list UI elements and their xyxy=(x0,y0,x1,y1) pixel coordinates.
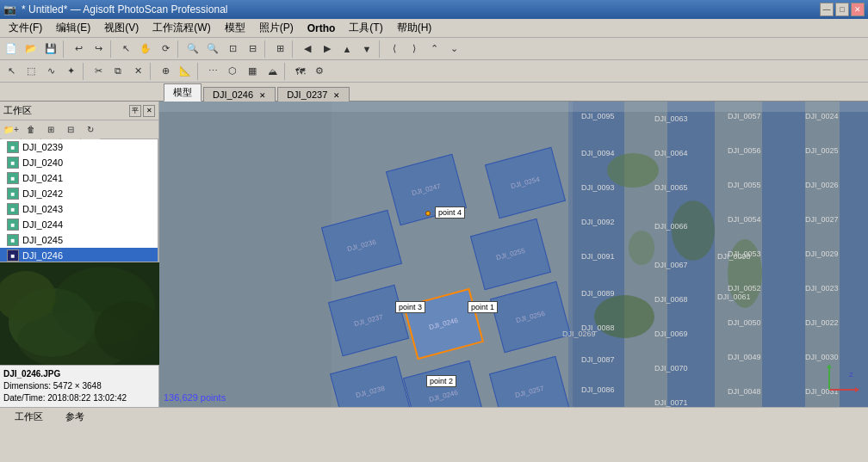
viewport[interactable]: DJI_0247 DJI_0254 DJI_0236 DJI_0255 DJI_… xyxy=(159,102,868,407)
tree-item-dji0239[interactable]: ■ DJI_0239 xyxy=(0,139,158,155)
arrow-up[interactable]: ▲ xyxy=(338,40,356,59)
zoom-in[interactable]: 🔍 xyxy=(183,40,202,59)
pan-right[interactable]: ⟩ xyxy=(405,40,424,59)
label-0070: DJI_0070 xyxy=(654,364,688,373)
workspace-close[interactable]: ✕ xyxy=(143,105,155,117)
zoom-fit[interactable]: ⊡ xyxy=(223,40,242,59)
minimize-button[interactable]: — xyxy=(820,3,834,16)
open-button[interactable]: 📂 xyxy=(22,40,40,59)
tab-close-dji0237[interactable]: ✕ xyxy=(333,91,340,100)
label-0026: DJI_0026 xyxy=(805,181,839,189)
new-button[interactable]: 📄 xyxy=(2,40,21,59)
menu-photo[interactable]: 照片(P) xyxy=(252,19,301,37)
rotate-tool[interactable]: ⟳ xyxy=(156,40,175,59)
pan-up[interactable]: ⌃ xyxy=(425,40,443,59)
label-0069: DJI_0069 xyxy=(654,330,688,338)
svg-point-15 xyxy=(629,231,654,265)
app-icon: 📷 xyxy=(3,3,16,15)
cursor-tool[interactable]: ↖ xyxy=(116,40,135,59)
tab-dji0237[interactable]: DJI_0237 ✕ xyxy=(277,87,350,102)
maximize-button[interactable]: □ xyxy=(835,3,849,16)
grid-button[interactable]: ⊞ xyxy=(270,40,289,59)
tree-item-dji0243[interactable]: ■ DJI_0243 xyxy=(0,201,158,217)
redo-button[interactable]: ↪ xyxy=(89,40,108,59)
camera-icon: ■ xyxy=(7,141,19,153)
sep9 xyxy=(197,63,201,80)
cut-tool[interactable]: ✂ xyxy=(89,62,108,81)
copy-tool[interactable]: ⧉ xyxy=(108,62,127,81)
undo-button[interactable]: ↩ xyxy=(69,40,88,59)
arrow-right[interactable]: ▶ xyxy=(318,40,337,59)
label-0057: DJI_0057 xyxy=(728,112,761,120)
label-0063: DJI_0063 xyxy=(654,114,688,123)
sep8 xyxy=(150,63,153,80)
save-button[interactable]: 💾 xyxy=(41,40,60,59)
menu-view[interactable]: 视图(V) xyxy=(97,19,146,37)
menu-model[interactable]: 模型 xyxy=(218,19,252,37)
label-0091: DJI_0091 xyxy=(581,252,615,261)
zoom-rect[interactable]: ⊟ xyxy=(243,40,262,59)
menu-workflow[interactable]: 工作流程(W) xyxy=(146,19,217,37)
remove-chunk[interactable]: 🗑 xyxy=(22,120,40,139)
camera-icon: ■ xyxy=(7,172,19,184)
pan-left[interactable]: ⟨ xyxy=(385,40,404,59)
statusbar-reference[interactable]: 参考 xyxy=(58,409,92,425)
tab-model[interactable]: 模型 xyxy=(164,83,202,102)
menu-help[interactable]: 帮助(H) xyxy=(390,19,439,37)
select-tool[interactable]: ↖ xyxy=(2,62,21,81)
dem-tool[interactable]: ⛰ xyxy=(263,62,282,81)
marker-tool[interactable]: ⊕ xyxy=(156,62,175,81)
tab-dji0246[interactable]: DJI_0246 ✕ xyxy=(203,87,276,102)
titlebar: 📷 * Untitled* — Agisoft PhotoScan Profes… xyxy=(0,0,868,19)
tree-item-dji0245[interactable]: ■ DJI_0245 xyxy=(0,232,158,248)
measure-tool[interactable]: 📐 xyxy=(176,62,195,81)
svg-point-11 xyxy=(607,153,659,188)
photo-datetime: Date/Time: 2018:08:22 13:02:42 xyxy=(3,392,155,404)
tab-close-dji0246[interactable]: ✕ xyxy=(259,91,266,100)
tree-item-dji0244[interactable]: ■ DJI_0244 xyxy=(0,217,158,232)
workspace-pin[interactable]: 平 xyxy=(129,105,141,117)
lasso-tool[interactable]: ∿ xyxy=(41,62,60,81)
magic-wand[interactable]: ✦ xyxy=(61,62,80,81)
delete-tool[interactable]: ✕ xyxy=(128,62,147,81)
zoom-out[interactable]: 🔍 xyxy=(203,40,222,59)
label-0095: DJI_0095 xyxy=(581,112,615,120)
arrow-left[interactable]: ◀ xyxy=(298,40,317,59)
point-label-4: point 4 xyxy=(435,206,465,219)
menu-file[interactable]: 文件(F) xyxy=(2,19,49,37)
tree-item-dji0242[interactable]: ■ DJI_0242 xyxy=(0,186,158,201)
move-tool[interactable]: ✋ xyxy=(136,40,155,59)
label-0089: DJI_0089 xyxy=(581,289,615,298)
preview-svg xyxy=(0,262,159,365)
label-0030: DJI_0030 xyxy=(805,353,839,361)
label-0049: DJI_0049 xyxy=(728,353,761,361)
camera-icon: ■ xyxy=(7,157,19,169)
menu-ortho[interactable]: Ortho xyxy=(301,21,343,36)
texture-tool[interactable]: ▦ xyxy=(243,62,262,81)
expand-all[interactable]: ⊞ xyxy=(41,120,60,139)
collapse-all[interactable]: ⊟ xyxy=(61,120,80,139)
add-chunk[interactable]: 📁+ xyxy=(2,120,21,139)
toolbar-secondary: ↖ ⬚ ∿ ✦ ✂ ⧉ ✕ ⊕ 📐 ⋯ ⬡ ▦ ⛰ 🗺 ⚙ xyxy=(0,60,868,83)
pan-down[interactable]: ⌄ xyxy=(444,40,463,59)
point-cloud[interactable]: ⋯ xyxy=(203,62,222,81)
refresh[interactable]: ↻ xyxy=(81,120,100,139)
tree-item-dji0241[interactable]: ■ DJI_0241 xyxy=(0,170,158,186)
label-0087: DJI_0087 xyxy=(581,355,615,364)
close-button[interactable]: ✕ xyxy=(851,3,865,16)
label-0098: DJI_0098 xyxy=(717,252,751,261)
mesh-tool[interactable]: ⬡ xyxy=(223,62,242,81)
statusbar-workspace[interactable]: 工作区 xyxy=(7,409,51,425)
marquee-tool[interactable]: ⬚ xyxy=(22,62,40,81)
tree-item-dji0246[interactable]: ■ DJI_0246 xyxy=(0,248,158,262)
settings-btn[interactable]: ⚙ xyxy=(310,62,329,81)
menu-edit[interactable]: 编辑(E) xyxy=(49,19,97,37)
statusbar-tabs: 工作区 参考 xyxy=(7,409,92,425)
label-0068: DJI_0068 xyxy=(654,295,688,304)
workspace-tree[interactable]: ■ DJI_0239 ■ DJI_0240 ■ DJI_0241 ■ DJI_0… xyxy=(0,139,158,262)
label-0056: DJI_0056 xyxy=(728,146,761,155)
arrow-down[interactable]: ▼ xyxy=(357,40,376,59)
menu-tools[interactable]: 工具(T) xyxy=(342,19,389,37)
export-ortho[interactable]: 🗺 xyxy=(290,62,309,81)
tree-item-dji0240[interactable]: ■ DJI_0240 xyxy=(0,155,158,170)
